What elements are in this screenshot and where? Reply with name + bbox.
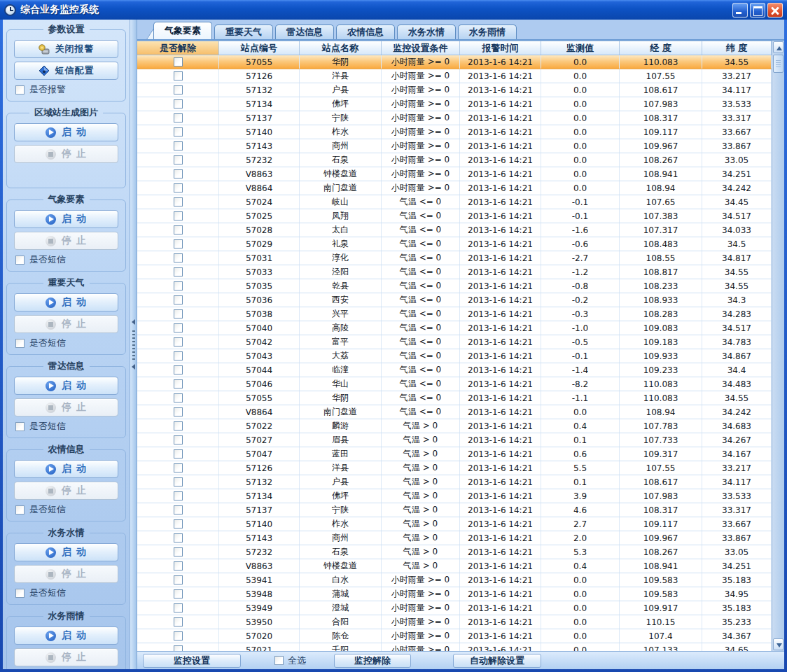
start-button[interactable]: 启 动	[14, 543, 118, 561]
table-row[interactable]: 57232石泉气温 > 02013-1-6 14:215.3108.26733.…	[137, 545, 772, 559]
monitor-settings-button[interactable]: 监控设置	[143, 654, 241, 668]
start-button[interactable]: 启 动	[14, 460, 118, 478]
row-release-checkbox[interactable]	[174, 295, 183, 304]
tab-气象要素[interactable]: 气象要素	[153, 22, 212, 39]
column-header-站点名称[interactable]: 站点名称	[300, 41, 382, 55]
column-header-是否解除[interactable]: 是否解除	[137, 41, 219, 55]
row-release-checkbox[interactable]	[174, 477, 183, 486]
sms-checkbox[interactable]	[15, 255, 25, 265]
sms-checkbox[interactable]	[15, 589, 25, 598]
stop-button[interactable]: 停 止	[14, 565, 118, 583]
table-row[interactable]: 57020陈仓小时雨量 >= 02013-1-6 14:210.0107.434…	[137, 629, 772, 643]
column-header-报警时间[interactable]: 报警时间	[460, 41, 541, 55]
table-row[interactable]: 57126洋县小时雨量 >= 02013-1-6 14:210.0107.553…	[137, 69, 772, 83]
table-row[interactable]: 53941白水小时雨量 >= 02013-1-6 14:210.0109.583…	[137, 573, 772, 587]
select-all-checkbox[interactable]	[274, 656, 284, 665]
collapse-left-icon[interactable]	[132, 319, 135, 325]
row-release-checkbox[interactable]	[174, 71, 183, 80]
table-row[interactable]: 57046华山气温 <= 02013-1-6 14:21-8.2110.0833…	[137, 377, 772, 391]
row-release-checkbox[interactable]	[174, 645, 183, 651]
row-release-checkbox[interactable]	[174, 127, 183, 136]
table-row[interactable]: V8863钟楼盘道气温 > 02013-1-6 14:210.4108.9413…	[137, 559, 772, 573]
table-row[interactable]: 57036西安气温 <= 02013-1-6 14:21-0.2108.9333…	[137, 293, 772, 307]
tab-雷达信息[interactable]: 雷达信息	[275, 24, 334, 39]
table-row[interactable]: V8864南门盘道小时雨量 >= 02013-1-6 14:210.0108.9…	[137, 181, 772, 195]
row-release-checkbox[interactable]	[174, 589, 183, 598]
row-release-checkbox[interactable]	[174, 519, 183, 528]
row-release-checkbox[interactable]	[174, 253, 183, 262]
table-row[interactable]: 57044临潼气温 <= 02013-1-6 14:21-1.4109.2333…	[137, 363, 772, 377]
row-release-checkbox[interactable]	[174, 337, 183, 346]
column-header-监测值[interactable]: 监测值	[541, 41, 620, 55]
table-row[interactable]: 57022麟游气温 > 02013-1-6 14:210.4107.78334.…	[137, 419, 772, 433]
table-row[interactable]: 57134佛坪气温 > 02013-1-6 14:213.9107.98333.…	[137, 489, 772, 503]
row-release-checkbox[interactable]	[174, 533, 183, 542]
tab-水务水情[interactable]: 水务水情	[397, 24, 456, 39]
start-button[interactable]: 启 动	[14, 123, 118, 141]
tab-水务雨情[interactable]: 水务雨情	[458, 24, 517, 39]
row-release-checkbox[interactable]	[174, 365, 183, 374]
start-button[interactable]: 启 动	[14, 210, 118, 228]
close-alarm-button[interactable]: 关闭报警	[14, 40, 118, 58]
table-row[interactable]: 57025凤翔气温 <= 02013-1-6 14:21-0.1107.3833…	[137, 209, 772, 223]
table-row[interactable]: 57137宁陕气温 > 02013-1-6 14:214.6108.31733.…	[137, 503, 772, 517]
scroll-up-icon[interactable]	[773, 41, 783, 53]
table-row[interactable]: V8863钟楼盘道小时雨量 >= 02013-1-6 14:210.0108.9…	[137, 167, 772, 181]
table-row[interactable]: 57029礼泉气温 <= 02013-1-6 14:21-0.6108.4833…	[137, 237, 772, 251]
table-row[interactable]: 57021千阳小时雨量 >= 02013-1-6 14:210.0107.133…	[137, 643, 772, 651]
row-release-checkbox[interactable]	[174, 351, 183, 360]
row-release-checkbox[interactable]	[174, 225, 183, 234]
close-button[interactable]	[767, 3, 783, 18]
row-release-checkbox[interactable]	[174, 561, 183, 570]
sms-checkbox[interactable]	[15, 422, 25, 431]
row-release-checkbox[interactable]	[174, 281, 183, 290]
table-row[interactable]: 57132户县小时雨量 >= 02013-1-6 14:210.0108.617…	[137, 83, 772, 97]
table-row[interactable]: 57047蓝田气温 > 02013-1-6 14:210.6109.31734.…	[137, 447, 772, 461]
maximize-button[interactable]	[750, 3, 765, 18]
row-release-checkbox[interactable]	[174, 183, 183, 192]
row-release-checkbox[interactable]	[174, 547, 183, 556]
sidebar-splitter[interactable]	[130, 20, 137, 669]
sms-config-button[interactable]: 短信配置	[14, 62, 118, 80]
row-release-checkbox[interactable]	[174, 141, 183, 150]
row-release-checkbox[interactable]	[174, 491, 183, 500]
table-row[interactable]: 53948蒲城小时雨量 >= 02013-1-6 14:210.0109.583…	[137, 587, 772, 601]
row-release-checkbox[interactable]	[174, 575, 183, 584]
row-release-checkbox[interactable]	[174, 197, 183, 206]
table-row[interactable]: 57232石泉小时雨量 >= 02013-1-6 14:210.0108.267…	[137, 153, 772, 167]
stop-button[interactable]: 停 止	[14, 232, 118, 250]
row-release-checkbox[interactable]	[174, 113, 183, 122]
row-release-checkbox[interactable]	[174, 505, 183, 514]
stop-button[interactable]: 停 止	[14, 145, 118, 163]
row-release-checkbox[interactable]	[174, 603, 183, 612]
table-row[interactable]: 57035乾县气温 <= 02013-1-6 14:21-0.8108.2333…	[137, 279, 772, 293]
table-row[interactable]: 57055华阴小时雨量 >= 02013-1-6 14:210.0110.083…	[137, 55, 772, 69]
table-row[interactable]: 57143商州气温 > 02013-1-6 14:212.0109.96733.…	[137, 531, 772, 545]
alarm-checkbox[interactable]	[15, 85, 25, 94]
table-row[interactable]: 57027眉县气温 > 02013-1-6 14:210.1107.73334.…	[137, 433, 772, 447]
table-row[interactable]: 57140柞水气温 > 02013-1-6 14:212.7109.11733.…	[137, 517, 772, 531]
table-row[interactable]: 57126洋县气温 > 02013-1-6 14:215.5107.5533.2…	[137, 461, 772, 475]
sms-checkbox[interactable]	[15, 339, 25, 348]
row-release-checkbox[interactable]	[174, 435, 183, 444]
row-release-checkbox[interactable]	[174, 393, 183, 402]
table-row[interactable]: 57028太白气温 <= 02013-1-6 14:21-1.6107.3173…	[137, 223, 772, 237]
row-release-checkbox[interactable]	[174, 379, 183, 388]
table-row[interactable]: 57038兴平气温 <= 02013-1-6 14:21-0.3108.2833…	[137, 307, 772, 321]
row-release-checkbox[interactable]	[174, 631, 183, 640]
table-row[interactable]: 57043大荔气温 <= 02013-1-6 14:21-0.1109.9333…	[137, 349, 772, 363]
table-row[interactable]: 57140柞水小时雨量 >= 02013-1-6 14:210.0109.117…	[137, 125, 772, 139]
sms-checkbox[interactable]	[15, 505, 25, 514]
column-header-经 度[interactable]: 经 度	[620, 41, 702, 55]
table-row[interactable]: 57137宁陕小时雨量 >= 02013-1-6 14:210.0108.317…	[137, 111, 772, 125]
table-row[interactable]: 57033泾阳气温 <= 02013-1-6 14:21-1.2108.8173…	[137, 265, 772, 279]
monitor-release-button[interactable]: 监控解除	[334, 654, 411, 668]
row-release-checkbox[interactable]	[174, 267, 183, 276]
scrollbar-thumb[interactable]	[773, 55, 783, 73]
table-row[interactable]: 57134佛坪小时雨量 >= 02013-1-6 14:210.0107.983…	[137, 97, 772, 111]
column-header-监控设置条件[interactable]: 监控设置条件	[382, 41, 460, 55]
stop-button[interactable]: 停 止	[14, 648, 118, 666]
stop-button[interactable]: 停 止	[14, 482, 118, 500]
table-row[interactable]: 57132户县气温 > 02013-1-6 14:210.1108.61734.…	[137, 475, 772, 489]
collapse-left-icon[interactable]	[132, 364, 135, 370]
